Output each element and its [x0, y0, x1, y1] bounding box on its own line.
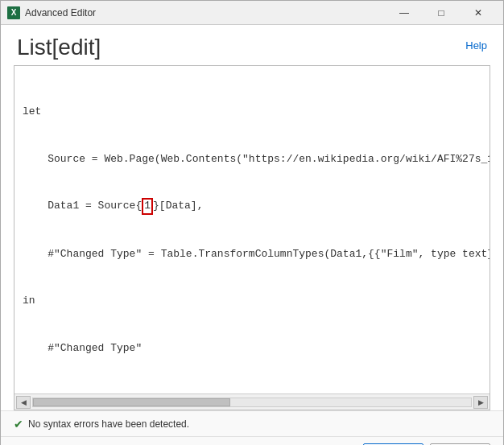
minimize-button[interactable]: — — [386, 1, 423, 25]
maximize-button[interactable]: □ — [423, 1, 460, 25]
window-title: Advanced Editor — [25, 7, 386, 19]
window-controls: — □ ✕ — [386, 1, 497, 25]
code-line-5: #"Changed Type" — [23, 340, 481, 356]
status-text: No syntax errors have been detected. — [28, 418, 189, 430]
advanced-editor-window: X Advanced Editor — □ ✕ List[edit] Help … — [0, 0, 504, 445]
code-line-3: #"Changed Type" = Table.TransformColumnT… — [23, 246, 481, 262]
scroll-left-arrow[interactable]: ◀ — [16, 396, 31, 409]
help-link[interactable]: Help — [465, 35, 487, 52]
code-editor[interactable]: let Source = Web.Page(Web.Contents("http… — [14, 66, 490, 393]
scroll-right-arrow[interactable]: ▶ — [473, 396, 488, 409]
code-line-2: Data1 = Source{1}[Data], — [23, 198, 481, 215]
app-icon: X — [7, 6, 20, 19]
page-title: List[edit] — [17, 35, 101, 60]
title-bar: X Advanced Editor — □ ✕ — [1, 1, 503, 25]
close-button[interactable]: ✕ — [460, 1, 497, 25]
check-icon: ✔ — [14, 418, 23, 431]
content-area: List[edit] Help let Source = Web.Page(We… — [1, 25, 503, 445]
scroll-track[interactable] — [32, 398, 472, 407]
status-bar: ✔ No syntax errors have been detected. — [1, 410, 503, 436]
highlighted-char: 1 — [142, 198, 153, 215]
code-line-4: in — [23, 293, 481, 309]
editor-container[interactable]: let Source = Web.Page(Web.Contents("http… — [14, 65, 490, 410]
code-line-0: let — [23, 104, 481, 120]
header-row: List[edit] Help — [1, 25, 503, 65]
code-line-1: Source = Web.Page(Web.Contents("https://… — [23, 151, 481, 167]
horizontal-scrollbar[interactable]: ◀ ▶ — [14, 393, 490, 410]
scroll-thumb[interactable] — [33, 398, 230, 406]
footer-buttons: Done Cancel — [1, 436, 503, 445]
